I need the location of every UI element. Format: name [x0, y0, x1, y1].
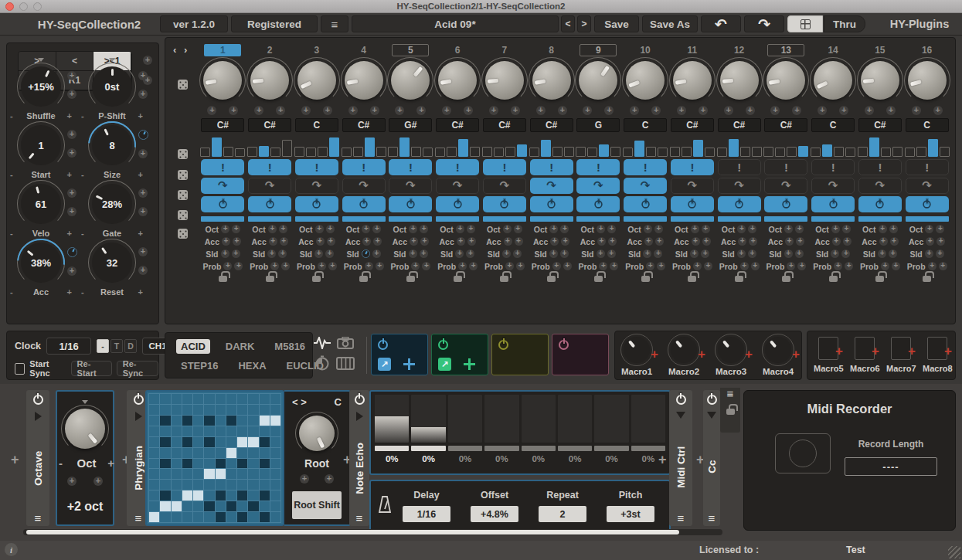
velocity-bar[interactable] [811, 148, 821, 157]
step-lock-icon[interactable] [219, 276, 227, 282]
grid-cell[interactable] [193, 394, 203, 404]
param-dec-button[interactable] [223, 262, 232, 270]
reset-dec-button[interactable] [138, 266, 148, 275]
step-velocity-bars[interactable] [717, 137, 762, 157]
macro3-knob[interactable] [718, 337, 744, 363]
gate-inc-button[interactable] [138, 188, 148, 198]
grid-cell[interactable] [182, 469, 192, 479]
mode-acid[interactable]: ACID [176, 339, 210, 354]
echo-column[interactable]: 0% [484, 395, 518, 470]
velocity-bar[interactable] [858, 147, 868, 157]
snapshot-camera-icon[interactable] [335, 334, 355, 352]
step-accent-button[interactable]: ! [671, 159, 714, 175]
grid-cell[interactable] [270, 501, 280, 511]
grid-cell[interactable] [182, 437, 192, 447]
power-icon midi-ctrl-power[interactable] [676, 395, 686, 405]
velocity-bar[interactable] [235, 148, 245, 157]
echo-bar-slot[interactable] [631, 395, 665, 443]
step-slide-button[interactable]: ↷ [624, 178, 667, 194]
move-icon[interactable] [403, 358, 416, 371]
param-inc-button[interactable] [232, 249, 240, 258]
grid-cell[interactable] [172, 501, 182, 511]
mode-hexa[interactable]: HEXA [233, 358, 270, 373]
step-power-button[interactable] [436, 196, 479, 212]
pitch-inc-button[interactable] [558, 106, 567, 115]
echo-bar-slot[interactable] [448, 395, 482, 443]
grid-cell[interactable] [248, 448, 258, 458]
grid-cell[interactable] [270, 490, 280, 501]
step-power-button[interactable] [906, 196, 949, 212]
grid-cell[interactable] [160, 416, 170, 426]
grid-cell[interactable] [204, 459, 214, 469]
grid-cell[interactable] [182, 394, 192, 404]
param-dec-button[interactable] [878, 249, 886, 258]
step-gate-bar[interactable] [295, 216, 338, 222]
step-number[interactable]: 6 [439, 44, 476, 56]
param-dec-button[interactable] [832, 237, 841, 246]
grid-cell[interactable] [270, 480, 280, 490]
echo-control-value[interactable]: 2 [539, 506, 586, 522]
collapse-triangle-icon[interactable] [707, 412, 716, 419]
step-note-value[interactable]: C [906, 118, 949, 132]
velocity-bar[interactable] [869, 137, 879, 157]
param-inc-button[interactable] [795, 225, 804, 233]
power-icon[interactable] [559, 340, 569, 350]
pitch-inc-button[interactable] [370, 106, 379, 115]
external-link-icon[interactable]: ↗ [378, 358, 391, 371]
step-accent-button[interactable]: ! [576, 159, 620, 175]
param-dec-button[interactable] [362, 225, 370, 233]
grid-cell[interactable] [260, 480, 270, 490]
step-lock-icon[interactable] [923, 276, 931, 282]
p-shift-dec-button[interactable] [138, 90, 148, 99]
param-inc-button[interactable] [655, 237, 664, 246]
step-power-button[interactable] [342, 196, 386, 212]
step-power-button[interactable] [718, 196, 761, 212]
grid-cell[interactable] [270, 512, 280, 522]
velocity-bar[interactable] [587, 148, 597, 157]
param-inc-button[interactable] [372, 249, 381, 258]
param-dec-button[interactable] [505, 262, 514, 270]
grid-cell[interactable] [216, 490, 226, 501]
velocity-bar[interactable] [399, 137, 410, 157]
param-inc-button[interactable] [467, 225, 475, 233]
grid-cell[interactable] [226, 448, 236, 458]
step-lock-icon[interactable] [547, 276, 556, 282]
pitch-inc-button[interactable] [651, 106, 661, 115]
macro-assign-plus[interactable]: + [835, 344, 843, 359]
grid-cell[interactable] [172, 437, 182, 447]
grid-cell[interactable] [270, 405, 280, 415]
root-shift-button[interactable]: Root Shift [292, 491, 342, 519]
rack-menu-icon[interactable]: ≡ [727, 391, 734, 397]
grid-cell[interactable] [172, 448, 182, 458]
restart-button[interactable]: Re-Start [71, 361, 112, 376]
pitch-dec-button[interactable] [724, 106, 733, 115]
step-note-value[interactable]: C# [483, 118, 526, 132]
grid-cell[interactable] [193, 448, 203, 458]
step-pitch-knob[interactable] [720, 61, 759, 100]
step-velocity-bars[interactable] [670, 137, 715, 157]
grid-cell[interactable] [160, 469, 170, 479]
velocity-bar[interactable] [259, 146, 269, 157]
randomize-dice-icon[interactable] [178, 170, 188, 180]
step-velocity-bars[interactable] [247, 137, 292, 157]
velocity-bar[interactable] [447, 147, 457, 157]
step-number[interactable]: 7 [486, 44, 523, 56]
record-length-value[interactable]: ---- [845, 457, 937, 476]
grid-cell[interactable] [172, 405, 182, 415]
collapse-triangle-icon[interactable] [676, 412, 685, 419]
velocity-bar[interactable] [306, 148, 316, 157]
grid-cell[interactable] [260, 512, 270, 522]
grid-cell[interactable] [160, 512, 170, 522]
step-accent-button[interactable]: ! [389, 159, 432, 175]
param-dec-button[interactable] [834, 262, 842, 270]
grid-cell[interactable] [216, 501, 226, 511]
step-note-value[interactable]: C# [436, 118, 479, 132]
start-inc-button[interactable] [67, 130, 76, 139]
step-pitch-knob[interactable] [532, 61, 571, 100]
grid-view-toggle grid-icon[interactable] [787, 15, 823, 32]
param-inc-button[interactable] [422, 262, 430, 270]
pitch-inc-button[interactable] [933, 106, 943, 115]
param-dec-button[interactable] [643, 249, 651, 258]
octave-dec-button[interactable] [67, 477, 76, 486]
grid-cell[interactable] [160, 459, 170, 469]
